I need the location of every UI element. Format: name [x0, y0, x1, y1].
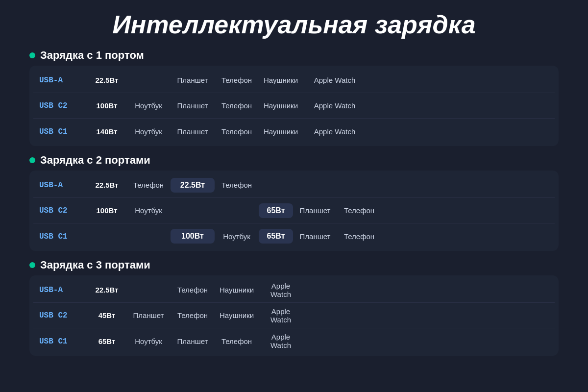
section-2port-title: Зарядка с 2 портами: [40, 154, 150, 167]
device-cell: Apple Watch: [259, 304, 303, 327]
device-cell: Наушники: [259, 124, 303, 139]
power-cell-highlighted: 22.5Вт: [171, 178, 215, 193]
port-label: USB C2: [33, 203, 87, 218]
power-cell-highlighted: 100Вт: [171, 229, 215, 244]
table-row: USB-A 22.5Вт Планшет Телефон Наушники Ap…: [33, 68, 555, 93]
bullet-icon-3: [29, 262, 35, 268]
section-3port: Зарядка с 3 портами USB-A 22.5Вт Телефон…: [29, 259, 559, 356]
device-cell: Наушники: [215, 283, 259, 297]
page-title: Интеллектуальная зарядка: [29, 10, 559, 39]
table-2port: USB-A 22.5Вт Телефон 22.5Вт Телефон USB …: [29, 171, 559, 251]
power-cell: 65Вт: [87, 334, 126, 348]
device-cell: [126, 287, 171, 293]
device-cell: Планшет: [293, 229, 337, 244]
device-cell: Телефон: [171, 308, 215, 322]
device-cell: Планшет: [126, 308, 171, 322]
port-label: USB C2: [33, 308, 87, 323]
device-cell: Apple Watch: [303, 124, 367, 139]
device-cell: Ноутбук: [126, 124, 171, 139]
power-cell-highlighted: 65Вт: [259, 203, 293, 218]
device-cell: [259, 182, 293, 188]
section-3port-title: Зарядка с 3 портами: [40, 259, 150, 271]
device-cell: Apple Watch: [303, 98, 367, 113]
table-1port: USB-A 22.5Вт Планшет Телефон Наушники Ap…: [29, 66, 559, 146]
device-cell: Телефон: [171, 283, 215, 297]
section-2port-header: Зарядка с 2 портами: [29, 154, 559, 167]
device-cell: Apple Watch: [259, 330, 303, 352]
port-label: USB C2: [33, 98, 87, 113]
device-cell: Телефон: [126, 178, 171, 192]
device-cell: Ноутбук: [126, 203, 171, 218]
section-1port-header: Зарядка с 1 портом: [29, 49, 559, 62]
device-cell: Телефон: [215, 178, 259, 192]
table-row: USB C1 100Вт Ноутбук 65Вт Планшет Телефо…: [33, 223, 555, 249]
device-cell: Телефон: [215, 124, 259, 139]
device-cell: Наушники: [259, 98, 303, 113]
device-cell: [171, 208, 215, 214]
device-cell: [337, 182, 381, 188]
port-label: USB-A: [33, 177, 87, 193]
device-cell: Планшет: [171, 124, 215, 139]
device-cell: Ноутбук: [126, 334, 171, 348]
table-row: USB C2 45Вт Планшет Телефон Наушники App…: [33, 303, 555, 328]
device-cell: Телефон: [337, 229, 381, 244]
power-cell: 140Вт: [87, 124, 126, 139]
power-cell-highlighted: 65Вт: [259, 229, 293, 244]
power-cell: 22.5Вт: [87, 178, 126, 192]
table-3port: USB-A 22.5Вт Телефон Наушники Apple Watc…: [29, 275, 559, 356]
device-cell: Телефон: [215, 73, 259, 87]
power-cell: 22.5Вт: [87, 283, 126, 297]
device-cell: [293, 182, 337, 188]
bullet-icon-1: [29, 52, 35, 58]
table-row: USB-A 22.5Вт Телефон Наушники Apple Watc…: [33, 277, 555, 303]
table-row: USB C1 65Вт Ноутбук Планшет Телефон Appl…: [33, 328, 555, 354]
device-cell: Телефон: [337, 203, 381, 218]
table-row: USB C2 100Вт Ноутбук Планшет Телефон Нау…: [33, 93, 555, 119]
device-cell: Ноутбук: [215, 229, 259, 244]
power-cell: 22.5Вт: [87, 73, 126, 87]
device-cell: [126, 233, 171, 239]
bullet-icon-2: [29, 157, 35, 163]
device-cell: Планшет: [171, 98, 215, 113]
power-cell: 45Вт: [87, 308, 126, 322]
port-label: USB C1: [33, 124, 87, 139]
device-cell: Apple Watch: [303, 73, 367, 87]
device-cell: Планшет: [293, 203, 337, 218]
table-row: USB C2 100Вт Ноутбук 65Вт Планшет Телефо…: [33, 198, 555, 223]
port-label: USB C1: [33, 334, 87, 349]
device-cell: [215, 208, 259, 214]
section-1port-title: Зарядка с 1 портом: [40, 49, 144, 62]
device-cell: Apple Watch: [259, 279, 303, 301]
device-cell: Планшет: [171, 73, 215, 87]
port-label: USB C1: [33, 229, 87, 244]
section-2port: Зарядка с 2 портами USB-A 22.5Вт Телефон…: [29, 154, 559, 251]
device-cell: Наушники: [259, 73, 303, 87]
port-label: USB-A: [33, 73, 87, 88]
power-cell: [87, 233, 126, 239]
power-cell: 100Вт: [87, 98, 126, 113]
device-cell: Телефон: [215, 98, 259, 113]
port-label: USB-A: [33, 282, 87, 297]
power-cell: 100Вт: [87, 203, 126, 218]
device-cell: Наушники: [215, 308, 259, 322]
section-3port-header: Зарядка с 3 портами: [29, 259, 559, 271]
device-cell: Телефон: [215, 334, 259, 348]
device-cell: Планшет: [171, 334, 215, 348]
table-row: USB C1 140Вт Ноутбук Планшет Телефон Нау…: [33, 119, 555, 144]
section-1port: Зарядка с 1 портом USB-A 22.5Вт Планшет …: [29, 49, 559, 146]
table-row: USB-A 22.5Вт Телефон 22.5Вт Телефон: [33, 172, 555, 198]
device-cell: Ноутбук: [126, 98, 171, 113]
device-cell: [126, 77, 171, 83]
